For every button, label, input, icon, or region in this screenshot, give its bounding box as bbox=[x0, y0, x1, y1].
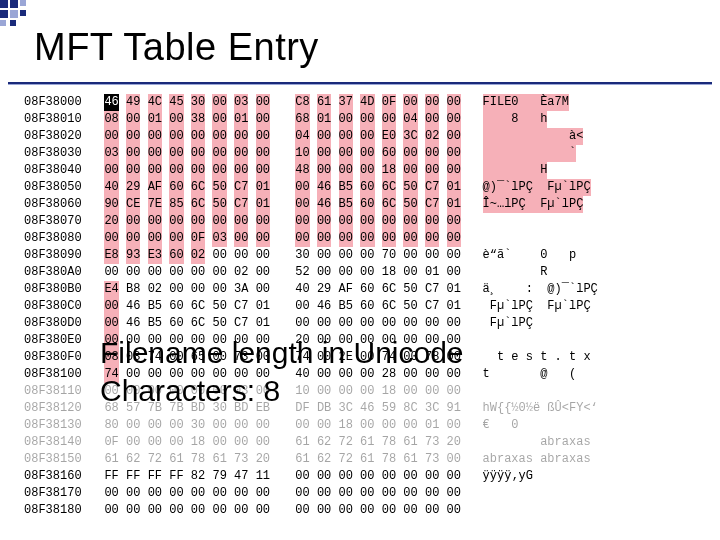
hex-byte: 00 bbox=[169, 145, 183, 162]
hex-byte: 00 bbox=[126, 264, 140, 281]
hex-byte: 00 bbox=[447, 417, 461, 434]
hex-byte: 49 bbox=[126, 94, 140, 111]
hex-byte: 00 bbox=[403, 230, 417, 247]
hex-byte: 46 bbox=[104, 94, 118, 111]
hex-byte: 00 bbox=[212, 434, 226, 451]
hex-byte: 00 bbox=[317, 264, 331, 281]
hex-byte: 01 bbox=[256, 179, 270, 196]
hex-byte: 61 bbox=[295, 451, 309, 468]
ascii-cell: hW{{½0½ë ßÛ<FY<‘ bbox=[483, 400, 598, 417]
hex-byte: 00 bbox=[234, 485, 248, 502]
hex-byte: 00 bbox=[169, 281, 183, 298]
hex-row: 08F38060 90 CE 7E 85 6C 50 C7 01 00 46 B… bbox=[24, 196, 696, 213]
hex-byte: 00 bbox=[403, 502, 417, 519]
hex-byte: C7 bbox=[425, 179, 439, 196]
hex-byte: 00 bbox=[212, 145, 226, 162]
annotation-line2: Characters: 8 bbox=[100, 372, 464, 410]
hex-dump: 08F38000 46 49 4C 45 30 00 03 00 C8 61 3… bbox=[24, 94, 696, 520]
hex-byte: 30 bbox=[191, 94, 205, 111]
hex-byte: 20 bbox=[256, 451, 270, 468]
hex-byte: 50 bbox=[212, 196, 226, 213]
hex-byte: 00 bbox=[382, 111, 396, 128]
hex-byte: 00 bbox=[447, 485, 461, 502]
hex-byte: 6C bbox=[191, 315, 205, 332]
hex-byte: 00 bbox=[169, 485, 183, 502]
hex-byte: 00 bbox=[234, 434, 248, 451]
hex-byte: 00 bbox=[360, 315, 374, 332]
hex-byte: 00 bbox=[126, 230, 140, 247]
address-cell: 08F38180 bbox=[24, 502, 90, 519]
hex-byte: 00 bbox=[339, 162, 353, 179]
hex-byte: 00 bbox=[234, 247, 248, 264]
hex-row: 08F38150 61 62 72 61 78 61 73 20 61 62 7… bbox=[24, 451, 696, 468]
hex-row: 08F38140 0F 00 00 00 18 00 00 00 61 62 7… bbox=[24, 434, 696, 451]
hex-byte: 61 bbox=[104, 451, 118, 468]
hex-byte: 30 bbox=[295, 247, 309, 264]
hex-byte: 00 bbox=[317, 417, 331, 434]
hex-byte: 00 bbox=[148, 128, 162, 145]
hex-byte: 00 bbox=[295, 213, 309, 230]
hex-byte: AF bbox=[148, 179, 162, 196]
hex-byte: 00 bbox=[234, 230, 248, 247]
hex-byte: 00 bbox=[425, 94, 439, 111]
ascii-cell: Î~…lPÇ Fµ`lPÇ bbox=[483, 196, 584, 213]
hex-byte: 00 bbox=[148, 502, 162, 519]
address-cell: 08F380F0 bbox=[24, 349, 90, 366]
address-cell: 08F380C0 bbox=[24, 298, 90, 315]
hex-byte: 47 bbox=[234, 468, 248, 485]
hex-byte: 61 bbox=[212, 451, 226, 468]
hex-byte: 00 bbox=[403, 145, 417, 162]
hex-byte: 00 bbox=[234, 162, 248, 179]
hex-byte: 00 bbox=[403, 264, 417, 281]
ascii-cell: t @ ( bbox=[483, 366, 577, 383]
hex-byte: 00 bbox=[447, 468, 461, 485]
hex-byte: 50 bbox=[212, 298, 226, 315]
hex-byte: 00 bbox=[425, 111, 439, 128]
hex-byte: 00 bbox=[447, 230, 461, 247]
hex-byte: 00 bbox=[191, 162, 205, 179]
hex-byte: 00 bbox=[447, 145, 461, 162]
hex-byte: C8 bbox=[295, 94, 309, 111]
hex-byte: 00 bbox=[256, 213, 270, 230]
hex-byte: 00 bbox=[212, 485, 226, 502]
hex-byte: 01 bbox=[425, 417, 439, 434]
hex-byte: C7 bbox=[234, 298, 248, 315]
hex-byte: 20 bbox=[104, 213, 118, 230]
hex-byte: 00 bbox=[425, 247, 439, 264]
hex-byte: 60 bbox=[360, 281, 374, 298]
address-cell: 08F380A0 bbox=[24, 264, 90, 281]
hex-byte: 00 bbox=[317, 247, 331, 264]
hex-byte: 00 bbox=[148, 434, 162, 451]
hex-byte: 00 bbox=[256, 434, 270, 451]
hex-byte: FF bbox=[126, 468, 140, 485]
ascii-cell: abraxas abraxas bbox=[483, 451, 591, 468]
hex-byte: 48 bbox=[295, 162, 309, 179]
hex-byte: 85 bbox=[169, 196, 183, 213]
address-cell: 08F38040 bbox=[24, 162, 90, 179]
hex-byte: 61 bbox=[169, 451, 183, 468]
hex-byte: 00 bbox=[256, 145, 270, 162]
hex-byte: 00 bbox=[212, 162, 226, 179]
ascii-cell: ä¸ : @)¯`lPÇ bbox=[483, 281, 598, 298]
hex-byte: 00 bbox=[425, 145, 439, 162]
hex-byte: 00 bbox=[169, 434, 183, 451]
hex-byte: 00 bbox=[403, 94, 417, 111]
hex-row: 08F380D0 00 46 B5 60 6C 50 C7 01 00 00 0… bbox=[24, 315, 696, 332]
hex-row: 08F38070 20 00 00 00 00 00 00 00 00 00 0… bbox=[24, 213, 696, 230]
hex-byte: 61 bbox=[403, 434, 417, 451]
hex-byte: 00 bbox=[295, 179, 309, 196]
address-cell: 08F38100 bbox=[24, 366, 90, 383]
hex-byte: 00 bbox=[256, 230, 270, 247]
address-cell: 08F38090 bbox=[24, 247, 90, 264]
hex-byte: 01 bbox=[256, 196, 270, 213]
hex-byte: 37 bbox=[339, 94, 353, 111]
hex-row: 08F38160 FF FF FF FF 82 79 47 11 00 00 0… bbox=[24, 468, 696, 485]
address-cell: 08F38110 bbox=[24, 383, 90, 400]
hex-byte: 00 bbox=[148, 417, 162, 434]
hex-byte: 00 bbox=[234, 128, 248, 145]
hex-byte: 00 bbox=[169, 213, 183, 230]
hex-byte: 20 bbox=[447, 434, 461, 451]
hex-byte: 82 bbox=[191, 468, 205, 485]
ascii-cell: ÿÿÿÿ‚yG bbox=[483, 468, 533, 485]
hex-byte: 00 bbox=[169, 111, 183, 128]
